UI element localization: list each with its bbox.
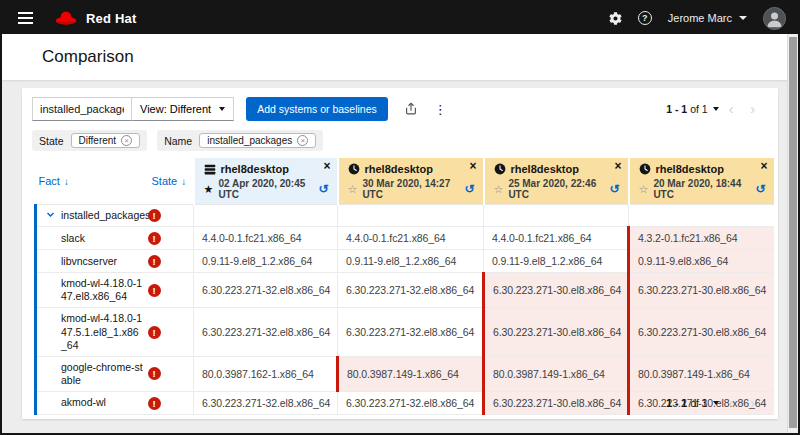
fact-row: akmod-wl!6.30.223.271-32.el8.x86_646.30.… [36, 392, 774, 415]
kebab-icon: ⋮ [434, 103, 447, 116]
filter-chip-group-state: State Different × [32, 130, 147, 151]
state-cell: ! [148, 308, 194, 356]
fact-name-cell: google-chrome-stable [36, 356, 148, 391]
fact-group-row: installed_packages! [36, 205, 774, 227]
different-state-icon: ! [148, 232, 161, 245]
pagination-prev-button[interactable]: ‹ [722, 102, 741, 116]
fact-group-label: installed_packages [61, 209, 150, 221]
history-icon[interactable]: ↺ [755, 183, 765, 195]
app-window: Red Hat ? Jerome Marc [0, 0, 800, 435]
export-icon [404, 102, 418, 116]
times-circle-icon: × [297, 135, 308, 146]
value-cell: 0.9.11-9.el8_1.2.x86_64 [338, 250, 484, 273]
fact-column-header[interactable]: Fact↓ [36, 158, 148, 205]
chevron-down-icon[interactable] [46, 209, 55, 222]
pagination-prev-button[interactable]: ‹ [722, 396, 741, 410]
clock-icon [494, 163, 506, 175]
value-cell-changed: 80.0.3987.149-1.x86_64 [629, 356, 774, 391]
top-navbar: Red Hat ? Jerome Marc [2, 2, 798, 34]
clock-icon [348, 163, 360, 175]
help-button[interactable]: ? [638, 11, 652, 25]
value-cell: 6.30.223.271-32.el8.x86_64 [194, 273, 338, 308]
different-state-icon: ! [148, 255, 161, 268]
table-header-row: Fact↓ State↓ ×rhel8desktop★02 Apr 2020, … [36, 158, 774, 205]
person-icon [764, 8, 785, 29]
view-select-label: View: Different [140, 103, 211, 115]
chevron-down-icon [739, 16, 747, 20]
fact-name-cell: slack [36, 227, 148, 250]
brand-name: Red Hat [86, 11, 137, 26]
system-column-header: ×rhel8desktop☆30 Mar 2020, 14:27 UTC↺ [338, 158, 484, 205]
state-cell: ! [148, 392, 194, 415]
fact-filter-input[interactable] [32, 97, 132, 121]
content-area: View: Different Add systems or baselines… [2, 80, 798, 433]
star-outline-icon[interactable]: ☆ [639, 184, 649, 195]
filter-chip: Different × [71, 133, 141, 148]
kebab-menu-button[interactable]: ⋮ [434, 103, 447, 116]
value-cell-changed: 80.0.3987.149-1.x86_64 [484, 356, 629, 391]
value-cell-changed: 6.30.223.271-30.el8.x86_64 [484, 308, 629, 356]
system-name: rhel8desktop [511, 163, 579, 175]
user-menu[interactable]: Jerome Marc [668, 12, 747, 24]
star-filled-icon[interactable]: ★ [204, 184, 214, 195]
system-name: rhel8desktop [365, 163, 433, 175]
history-icon[interactable]: ↺ [609, 183, 619, 195]
view-filter-select[interactable]: View: Different [132, 97, 234, 121]
settings-button[interactable] [609, 12, 622, 25]
different-state-icon: ! [148, 326, 161, 339]
system-column-header: ×rhel8desktop☆25 Mar 2020, 22:46 UTC↺ [484, 158, 629, 205]
user-name: Jerome Marc [668, 12, 732, 24]
value-cell-changed: 80.0.3987.149-1.x86_64 [338, 356, 484, 391]
pagination-next-button[interactable]: › [743, 396, 762, 410]
scrollbar-thumb[interactable] [789, 37, 797, 428]
chip-value: installed_packages [207, 135, 292, 146]
export-button[interactable] [404, 102, 418, 116]
star-outline-icon[interactable]: ☆ [494, 184, 504, 195]
system-column-header: ×rhel8desktop☆20 Mar 2020, 18:44 UTC↺ [629, 158, 774, 205]
pagination-menu-toggle[interactable]: 1 - 1 of 1 [666, 397, 718, 409]
value-cell-changed: 6.30.223.271-30.el8.x86_64 [484, 392, 629, 415]
fact-row: google-chrome-stable!80.0.3987.162-1.x86… [36, 356, 774, 391]
value-cell: 6.30.223.271-32.el8.x86_64 [338, 392, 484, 415]
table-body: installed_packages!slack!4.4.0-0.1.fc21.… [36, 205, 774, 415]
history-icon[interactable]: ↺ [464, 183, 474, 195]
history-icon[interactable]: ↺ [318, 183, 328, 195]
star-outline-icon[interactable]: ☆ [348, 184, 358, 195]
chevron-down-icon [219, 107, 225, 111]
chevron-down-icon [713, 107, 719, 111]
fact-group-cell[interactable]: installed_packages [36, 205, 148, 227]
value-cell: 0.9.11-9.el8_1.2.x86_64 [484, 250, 629, 273]
pagination-next-button[interactable]: › [743, 102, 762, 116]
value-cell: 4.4.0-0.1.fc21.x86_64 [194, 227, 338, 250]
clock-icon [639, 163, 651, 175]
value-cell: 80.0.3987.162-1.x86_64 [194, 356, 338, 391]
system-timestamp: 25 Mar 2020, 22:46 UTC [508, 178, 602, 200]
value-cell-changed: 0.9.11-9.el8.x86_64 [629, 250, 774, 273]
chip-remove-button[interactable]: × [121, 135, 132, 146]
add-systems-button[interactable]: Add systems or baselines [246, 97, 388, 121]
value-cell-empty [338, 205, 484, 227]
state-column-header[interactable]: State↓ [148, 158, 194, 205]
pagination-menu-toggle[interactable]: 1 - 1 of 1 [666, 103, 718, 115]
value-cell-changed: 6.30.223.271-30.el8.x86_64 [484, 273, 629, 308]
value-cell-changed: 6.30.223.271-30.el8.x86_64 [629, 308, 774, 356]
value-cell-empty [484, 205, 629, 227]
different-state-icon: ! [148, 397, 161, 410]
remove-system-button[interactable]: × [323, 160, 330, 172]
pagination-top: 1 - 1 of 1 ‹ › [666, 102, 768, 116]
different-state-icon: ! [148, 367, 161, 380]
remove-system-button[interactable]: × [760, 160, 767, 172]
chip-remove-button[interactable]: × [297, 135, 308, 146]
active-filters: State Different × Name installed_package… [32, 130, 778, 151]
page-header: Comparison [2, 34, 798, 80]
nav-menu-toggle[interactable] [16, 10, 35, 26]
value-cell: 6.30.223.271-32.el8.x86_64 [338, 308, 484, 356]
system-timestamp: 02 Apr 2020, 20:45 UTC [218, 178, 311, 200]
remove-system-button[interactable]: × [469, 160, 476, 172]
redhat-logo[interactable]: Red Hat [53, 10, 137, 27]
comparison-table: Fact↓ State↓ ×rhel8desktop★02 Apr 2020, … [34, 158, 774, 415]
avatar[interactable] [763, 7, 786, 30]
remove-system-button[interactable]: × [614, 160, 621, 172]
toolbar: View: Different Add systems or baselines… [22, 88, 778, 121]
system-name: rhel8desktop [221, 163, 289, 175]
